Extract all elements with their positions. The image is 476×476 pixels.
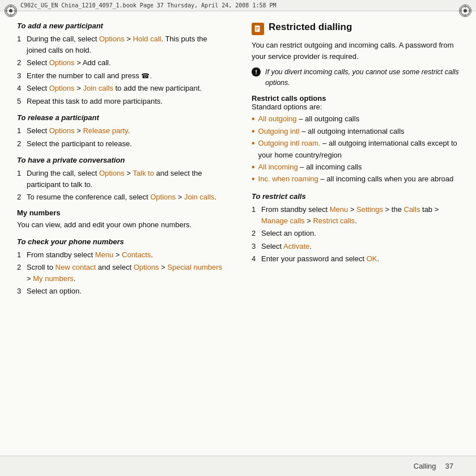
step-text: During the call, select Options > Hold c…	[27, 33, 224, 56]
steps-release: 1 Select Options > Release party. 2 Sele…	[17, 125, 224, 149]
step-item: 1 From standby select Menu > Settings > …	[252, 204, 459, 226]
step-text: To resume the conference call, select Op…	[27, 192, 216, 203]
link-options: Options	[49, 58, 75, 67]
link-new-contact: New contact	[56, 263, 96, 271]
footer-section: Calling	[414, 462, 436, 470]
link-manage-calls: Manage calls	[261, 216, 305, 225]
step-item: 2 Select Options > Add call.	[17, 57, 224, 69]
section-my-numbers: My numbers You can view, add and edit yo…	[17, 209, 224, 231]
link-release-party: Release party	[83, 126, 128, 135]
header-book-info: C902c_UG_EN China_1210_4097_1.book Page …	[20, 2, 277, 8]
section-title-add-participant: To add a new participant	[17, 22, 224, 30]
restricted-dialling-header: Restricted dialling	[252, 22, 459, 35]
bullet-dot: •	[252, 126, 255, 138]
step-item: 5 Repeat this task to add more participa…	[17, 96, 224, 107]
warning-text: If you divert incoming calls, you cannot…	[265, 67, 459, 88]
step-number: 1	[17, 168, 24, 190]
bullet-text: Outgoing intl roam. – all outgoing inter…	[258, 138, 459, 160]
page-container: C902c_UG_EN China_1210_4097_1.book Page …	[0, 0, 476, 476]
link-special-numbers: Special numbers	[167, 263, 222, 271]
step-number: 3	[17, 70, 24, 82]
footer-text: Calling 37	[414, 462, 453, 470]
step-item: 1 During the call, select Options > Hold…	[17, 33, 224, 56]
step-text: Scroll to New contact and select Options…	[27, 262, 224, 284]
step-item: 3 Select an option.	[17, 286, 224, 297]
text-my-numbers: You can view, add and edit your own phon…	[17, 219, 224, 231]
link-restrict-calls: Restrict calls	[313, 216, 355, 225]
link-hold-call: Hold call	[133, 35, 162, 43]
step-number: 1	[17, 125, 24, 137]
section-title-private: To have a private conversation	[17, 156, 224, 164]
steps-add-participant: 1 During the call, select Options > Hold…	[17, 33, 224, 107]
step-item: 4 Select Options > Join calls to add the…	[17, 83, 224, 94]
link-menu: Menu	[330, 205, 348, 214]
step-item: 2 Select the participant to release.	[17, 138, 224, 150]
link-ok: OK	[367, 254, 377, 263]
step-item: 4 Enter your password and select OK.	[252, 253, 459, 265]
bullet-item-outgoing-intl: • Outgoing intl – all outgoing internati…	[252, 126, 459, 138]
step-number: 3	[17, 286, 24, 297]
link-options: Options	[99, 169, 125, 177]
link-talk-to: Talk to	[133, 169, 154, 177]
step-text: Select an option.	[261, 228, 316, 239]
step-text: From standby select Menu > Settings > th…	[261, 204, 459, 226]
section-check-numbers: To check your phone numbers 1 From stand…	[17, 237, 224, 297]
link-options: Options	[150, 193, 176, 201]
step-text: Select an option.	[27, 286, 82, 297]
step-item: 1 From standby select Menu > Contacts.	[17, 249, 224, 261]
step-number: 1	[252, 204, 258, 226]
section-release-participant: To release a participant 1 Select Option…	[17, 113, 224, 149]
link-options: Options	[49, 126, 75, 135]
step-item: 3 Select Activate.	[252, 241, 459, 252]
link-outgoing-intl: Outgoing intl	[258, 127, 300, 135]
step-number: 2	[17, 262, 24, 284]
link-calls-tab: Calls	[404, 205, 420, 214]
bullet-dot: •	[252, 138, 255, 160]
step-text: Enter your password and select OK.	[261, 253, 379, 265]
step-text: Select the participant to release.	[27, 138, 132, 150]
step-text: Select Options > Add call.	[27, 57, 111, 69]
section-title-release: To release a participant	[17, 113, 224, 122]
heading-my-numbers: My numbers	[17, 209, 224, 217]
link-join-calls: Join calls	[83, 84, 113, 92]
link-options: Options	[49, 84, 75, 92]
step-number: 2	[17, 138, 24, 150]
link-outgoing-intl-roam: Outgoing intl roam.	[258, 139, 321, 147]
link-options: Options	[99, 35, 125, 43]
bullet-text: Inc. when roaming – all incoming calls w…	[258, 173, 454, 185]
link-contacts: Contacts	[122, 250, 151, 259]
section-private-conversation: To have a private conversation 1 During …	[17, 156, 224, 203]
steps-check-numbers: 1 From standby select Menu > Contacts. 2…	[17, 249, 224, 297]
section-title-restrict-calls: To restrict calls	[252, 192, 459, 201]
steps-private: 1 During the call, select Options > Talk…	[17, 168, 224, 203]
step-number: 5	[17, 96, 24, 107]
svg-point-1	[9, 9, 12, 12]
step-number: 2	[252, 228, 258, 239]
step-number: 2	[17, 57, 24, 69]
step-item: 2 Scroll to New contact and select Optio…	[17, 262, 224, 284]
restricted-icon-box	[252, 23, 264, 35]
step-number: 4	[252, 253, 258, 265]
corner-mark-tr	[459, 5, 471, 17]
step-item: 2 Select an option.	[252, 228, 459, 239]
step-text: During the call, select Options > Talk t…	[27, 168, 224, 190]
note-icon	[254, 25, 262, 33]
content-area: To add a new participant 1 During the ca…	[0, 11, 476, 450]
step-number: 3	[252, 241, 258, 252]
bullet-text: All outgoing – all outgoing calls	[258, 113, 360, 125]
section-add-participant: To add a new participant 1 During the ca…	[17, 22, 224, 107]
step-number: 2	[17, 192, 24, 203]
warning-box: If you divert incoming calls, you cannot…	[252, 67, 459, 88]
corner-mark-tl	[5, 5, 17, 17]
header-bar: C902c_UG_EN China_1210_4097_1.book Page …	[0, 0, 476, 11]
footer-bar: Calling 37	[0, 456, 476, 476]
step-text: Select Options > Release party.	[27, 125, 130, 137]
right-column: Restricted dialling You can restrict out…	[247, 22, 459, 440]
link-all-incoming: All incoming	[258, 163, 298, 171]
step-text: Repeat this task to add more participant…	[27, 96, 163, 107]
steps-restrict-calls: 1 From standby select Menu > Settings > …	[252, 204, 459, 265]
step-number: 1	[17, 33, 24, 56]
warning-icon	[252, 67, 261, 76]
link-activate: Activate	[283, 242, 309, 250]
bullet-item-all-incoming: • All incoming – all incoming calls	[252, 162, 459, 173]
